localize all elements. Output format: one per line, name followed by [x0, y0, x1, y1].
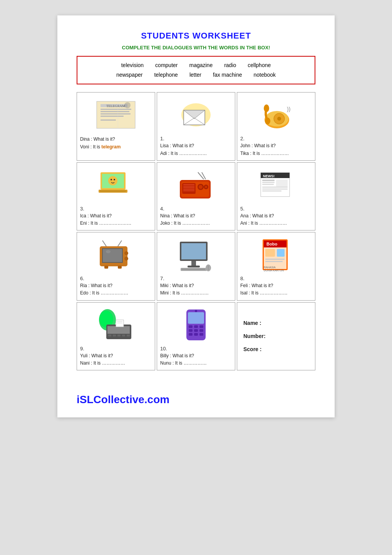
cell-ria-edo: 6. Ria : What is it? Edo : It is ……………… [77, 232, 155, 300]
svg-rect-97 [199, 325, 203, 328]
svg-rect-48 [262, 184, 274, 185]
number-label: Number: [243, 333, 309, 339]
image-television [80, 235, 152, 274]
svg-rect-55 [103, 249, 122, 262]
svg-rect-66 [188, 266, 200, 267]
svg-rect-96 [194, 325, 198, 328]
cell-text-yuli: Yuli : What is it? Nani : It is …………… [80, 352, 152, 367]
svg-point-7 [124, 102, 131, 108]
svg-rect-94 [188, 312, 204, 324]
svg-point-42 [205, 186, 207, 188]
cell-dina-voni: TELEGRAM Dina : What is it? Voni : It is… [77, 92, 155, 160]
svg-rect-88 [108, 335, 111, 336]
svg-rect-2 [101, 109, 131, 110]
word-row-1: television computer magazine radio cellp… [85, 61, 307, 70]
worksheet-page: STUDENTS WORKSHEET COMPLETE THE DIALOGUE… [57, 15, 335, 417]
svg-rect-47 [262, 182, 275, 183]
cell-yuli-nani: 9. Yuli : What is it? Nani : It is …………… [77, 302, 155, 370]
score-label: Score : [243, 346, 309, 352]
svg-line-59 [102, 240, 106, 246]
svg-rect-77 [265, 259, 285, 260]
cell-number-7: 7. [160, 276, 232, 281]
cell-nina-joko: 4. Nina : What is it? Joko : It is ……………… [157, 162, 235, 230]
svg-text:TELEGRAM: TELEGRAM [106, 104, 125, 108]
svg-point-58 [124, 257, 128, 261]
svg-point-57 [124, 251, 128, 255]
svg-rect-92 [127, 335, 130, 336]
cell-text-ana: Ana : What is it? Ani : It is ……………… [240, 212, 312, 227]
cell-billy-nunu: 10. Billy : What is it? Nunu : It is ………… [157, 302, 235, 370]
svg-text:RAHASIA: RAHASIA [264, 266, 276, 269]
svg-rect-78 [265, 261, 283, 262]
svg-point-18 [265, 118, 270, 124]
info-cell: Name : Number: Score : [237, 302, 315, 370]
cell-ana-ani: NEWS! 5. Ana : What is it? Ani : It is …… [237, 162, 315, 230]
image-cellphone [160, 306, 232, 344]
cell-miki-mini: 7. Miki : What is it? Mini : It is ……………… [157, 232, 235, 300]
image-telegram: TELEGRAM [80, 96, 152, 134]
svg-point-20 [277, 117, 281, 121]
cell-text-dina: Dina : What is it? Voni : It is telegram [80, 136, 152, 150]
cell-number-3: 3. [80, 206, 152, 212]
cell-number-6: 6. [80, 276, 152, 281]
cell-lisa-adi: 1. Lisa : What is it? Adi : It is ……………… [157, 92, 235, 160]
svg-rect-76 [277, 249, 285, 257]
svg-text:DUNIA KARTUN: DUNIA KARTUN [264, 269, 284, 272]
svg-point-40 [199, 185, 203, 189]
svg-rect-84 [107, 326, 130, 334]
svg-rect-100 [199, 329, 203, 332]
svg-rect-89 [113, 335, 116, 336]
cell-number-9: 9. [80, 346, 152, 352]
cell-text-feli: Feli : What is it? Isal : It is ……………… [240, 282, 312, 297]
svg-rect-62 [118, 266, 122, 269]
image-magazine: Bobo RAHASIA DUNIA KARTUN [240, 235, 312, 274]
exercise-grid: TELEGRAM Dina : What is it? Voni : It is… [77, 92, 315, 370]
svg-rect-46 [262, 180, 275, 181]
cell-number-4: 4. [160, 206, 232, 212]
svg-rect-65 [191, 261, 196, 266]
cell-feli-isal: Bobo RAHASIA DUNIA KARTUN 8. Feli : What… [237, 232, 315, 300]
cell-text-miki: Miki : What is it? Mini : It is ……………… [160, 282, 232, 297]
cell-ica-eni: 3. Ica : What is it? Eni : It is ………………… [77, 162, 155, 230]
image-monitor [160, 235, 232, 274]
svg-rect-52 [262, 190, 281, 192]
image-fax [80, 306, 152, 344]
svg-rect-68 [181, 269, 205, 270]
svg-rect-101 [189, 333, 193, 336]
svg-rect-85 [116, 320, 124, 327]
cell-text-john: John : What is it? Tika : It is ……………… [240, 142, 312, 157]
name-label: Name : [243, 320, 309, 326]
svg-rect-4 [101, 113, 131, 114]
cell-number-10: 10. [160, 346, 232, 352]
cell-number-2: 2. [240, 136, 312, 141]
cell-text-ica: Ica : What is it? Eni : It is ………………… [80, 212, 152, 227]
svg-point-25 [111, 179, 112, 180]
svg-text:)): )) [287, 106, 290, 112]
svg-line-60 [118, 240, 122, 246]
svg-rect-90 [117, 335, 121, 336]
svg-line-29 [198, 172, 204, 179]
svg-text:NEWS!: NEWS! [263, 174, 275, 178]
svg-rect-3 [101, 111, 129, 112]
svg-rect-95 [189, 325, 193, 328]
svg-rect-64 [181, 243, 206, 259]
svg-rect-28 [100, 190, 126, 192]
svg-rect-5 [101, 116, 124, 117]
image-telephone: )) [240, 96, 312, 134]
svg-point-56 [106, 250, 111, 253]
svg-rect-98 [189, 329, 193, 332]
page-subtitle: COMPLETE THE DIALOGUES WITH THE WORDS IN… [77, 45, 315, 50]
cell-john-tika: )) 2. John : What is it? Tika : It is ……… [237, 92, 315, 160]
image-letter [160, 96, 232, 134]
svg-point-26 [114, 179, 115, 180]
cell-number-5: 5. [240, 206, 312, 212]
cell-text-nina: Nina : What is it? Joko : It is ……………… [160, 212, 232, 227]
cell-text-ria: Ria : What is it? Edo : It is ……………… [80, 282, 152, 297]
svg-rect-102 [194, 333, 198, 336]
svg-rect-75 [265, 249, 275, 257]
cell-number-8: 8. [240, 276, 312, 281]
svg-rect-50 [262, 187, 288, 188]
svg-rect-91 [122, 335, 125, 336]
page-title: STUDENTS WORKSHEET [77, 31, 315, 41]
svg-text:Bobo: Bobo [266, 242, 277, 246]
